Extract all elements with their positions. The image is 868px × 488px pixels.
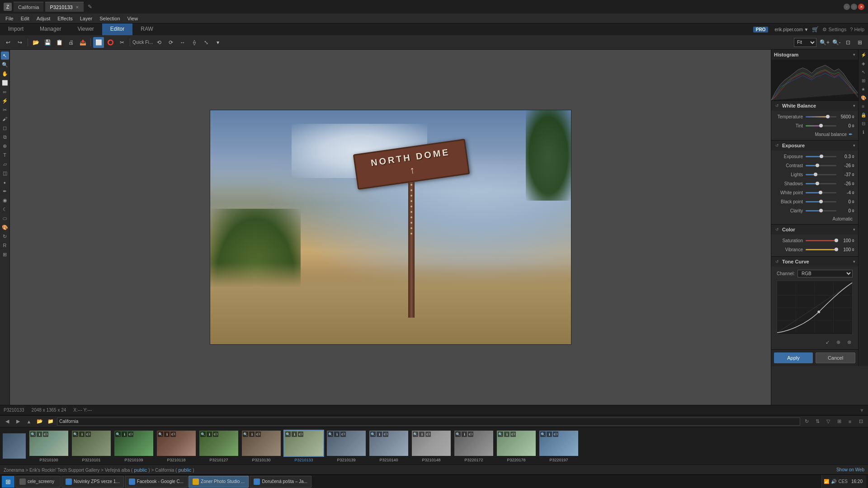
vibrance-spinners[interactable] bbox=[851, 248, 855, 251]
menu-layer[interactable]: Layer bbox=[76, 14, 96, 23]
filmstrip-refresh-btn[interactable]: ↻ bbox=[802, 417, 811, 426]
tab-close-btn[interactable]: ✕ bbox=[75, 5, 79, 9]
breadcrumb-public1[interactable]: public bbox=[134, 467, 147, 473]
sliders-icon[interactable]: ≡ bbox=[859, 102, 868, 110]
temperature-thumb[interactable] bbox=[826, 115, 830, 118]
cancel-button[interactable]: Cancel bbox=[816, 352, 855, 363]
tab-california[interactable]: California bbox=[14, 2, 43, 12]
perspective-btn[interactable]: ⟠ bbox=[189, 37, 200, 48]
tone-curve-canvas[interactable] bbox=[777, 281, 853, 335]
rotate-left-btn[interactable]: ⟲ bbox=[154, 37, 165, 48]
cursor-icon[interactable]: ↖ bbox=[859, 68, 868, 76]
clone-tool[interactable]: ⧉ bbox=[1, 133, 9, 141]
taskbar-item-3[interactable]: Zoner Photo Studio ... bbox=[189, 476, 249, 488]
cart-icon[interactable]: 🛒 bbox=[812, 26, 819, 33]
view-grid-btn[interactable]: ⊞ bbox=[854, 37, 865, 48]
list-item[interactable]: 🔍 ℹ 🏷 P3210118 bbox=[156, 430, 197, 462]
menu-effects[interactable]: Effects bbox=[54, 14, 76, 23]
color-reset[interactable]: ↺ bbox=[774, 226, 780, 233]
text-tool[interactable]: T bbox=[1, 151, 9, 159]
contrast-spinners[interactable] bbox=[851, 164, 855, 167]
print-button[interactable]: 🖨 bbox=[66, 37, 76, 48]
white-balance-reset[interactable]: ↺ bbox=[774, 103, 780, 109]
move-tool[interactable]: ↖ bbox=[1, 52, 9, 60]
list-item[interactable]: 🔍 ℹ 🏷 P3210140 bbox=[368, 430, 409, 462]
list-item[interactable]: 🔍 ℹ 🏷 P3210130 bbox=[241, 430, 282, 462]
clarity-spinners[interactable] bbox=[851, 209, 855, 212]
shape-tool[interactable]: ▱ bbox=[1, 160, 9, 168]
tint-spinners[interactable] bbox=[851, 124, 855, 127]
filmstrip-filter-btn[interactable]: ▽ bbox=[824, 417, 833, 426]
star-icon[interactable]: ★ bbox=[859, 85, 868, 93]
save-as-button[interactable]: 📋 bbox=[54, 37, 65, 48]
tone-curve-reset[interactable]: ↺ bbox=[774, 258, 780, 265]
zoom-out-btn[interactable]: 🔍- bbox=[831, 37, 842, 48]
taskbar-item-0[interactable]: cele_screeny bbox=[15, 476, 61, 488]
exposure-slider[interactable] bbox=[806, 156, 836, 157]
filmstrip-sort-btn[interactable]: ⇅ bbox=[813, 417, 822, 426]
flip-h-btn[interactable]: ↔ bbox=[177, 37, 188, 48]
color-replace-tool[interactable]: 🎨 bbox=[1, 223, 9, 231]
list-item[interactable]: 🔍 ℹ 🏷 P3210101 bbox=[71, 430, 112, 462]
lights-thumb[interactable] bbox=[814, 173, 817, 176]
fill-tool[interactable]: ⬥ bbox=[1, 178, 9, 186]
magic-wand-tool[interactable]: ⚡ bbox=[1, 97, 9, 105]
layers-icon[interactable]: ⊟ bbox=[859, 119, 868, 127]
menu-view[interactable]: View bbox=[124, 14, 142, 23]
red-eye-tool[interactable]: ◉ bbox=[1, 196, 9, 204]
channel-select[interactable]: RGB Red Green Blue bbox=[797, 270, 853, 277]
grid-icon[interactable]: ⊞ bbox=[859, 76, 868, 84]
menu-edit[interactable]: Edit bbox=[17, 14, 33, 23]
zoom-in-btn[interactable]: 🔍+ bbox=[819, 37, 830, 48]
crop-tool[interactable]: ✂ bbox=[117, 37, 127, 48]
zoom-fit-btn[interactable]: ⊡ bbox=[843, 37, 854, 48]
list-item[interactable]: 🔍 ℹ 🏷 P3210139 bbox=[326, 430, 367, 462]
crop-tool-left[interactable]: ✂ bbox=[1, 106, 9, 114]
tint-slider[interactable] bbox=[806, 125, 836, 127]
tint-thumb[interactable] bbox=[819, 124, 823, 127]
eyedropper-tool[interactable]: ✒ bbox=[1, 187, 9, 195]
develop-icon[interactable]: ◈ bbox=[859, 59, 868, 67]
settings-link[interactable]: ⚙ Settings bbox=[822, 27, 846, 33]
undo-button[interactable]: ↩ bbox=[3, 37, 14, 48]
filmstrip-path-input[interactable] bbox=[57, 418, 800, 426]
tone-curve-tool-2[interactable]: ⊕ bbox=[834, 338, 843, 347]
taskbar-item-2[interactable]: Facebook - Google C... bbox=[125, 476, 188, 488]
tab-viewer[interactable]: Viewer bbox=[69, 23, 102, 35]
more-tools-btn[interactable]: ▾ bbox=[212, 37, 223, 48]
exposure-spinners[interactable] bbox=[851, 155, 855, 158]
manual-balance-btn[interactable]: Manual balance bbox=[815, 132, 847, 137]
saturation-thumb[interactable] bbox=[835, 239, 838, 242]
tab-raw[interactable]: RAW bbox=[132, 23, 161, 35]
menu-selection[interactable]: Selection bbox=[96, 14, 123, 23]
white-point-slider[interactable] bbox=[806, 192, 836, 193]
saturation-spinners[interactable] bbox=[851, 239, 855, 242]
layer-tool[interactable]: ⊞ bbox=[1, 250, 9, 258]
show-on-web-link[interactable]: Show on Web bbox=[836, 467, 864, 472]
resize-btn[interactable]: ⤡ bbox=[201, 37, 212, 48]
vibrance-thumb[interactable] bbox=[835, 248, 838, 251]
lasso-tool[interactable]: ∞ bbox=[1, 88, 9, 96]
dodge-burn-tool[interactable]: ☾ bbox=[1, 205, 9, 213]
shadows-slider[interactable] bbox=[806, 183, 836, 184]
list-item[interactable]: 🔍 ℹ 🏷 P3210148 bbox=[411, 430, 452, 462]
tab-file[interactable]: P3210133 ✕ bbox=[45, 2, 83, 12]
exposure-thumb[interactable] bbox=[820, 155, 823, 158]
tab-manager[interactable]: Manager bbox=[32, 23, 69, 35]
exposure-header[interactable]: ↺ Exposure ▾ bbox=[771, 141, 858, 150]
shadows-thumb[interactable] bbox=[816, 182, 819, 185]
select-rect-tool[interactable]: ⬜ bbox=[93, 37, 104, 48]
lights-spinners[interactable] bbox=[851, 173, 855, 176]
gradient-tool[interactable]: ◫ bbox=[1, 169, 9, 177]
color-header[interactable]: ↺ Color ▾ bbox=[771, 225, 858, 235]
zoom-tool[interactable]: 🔍 bbox=[1, 61, 9, 69]
tab-editor[interactable]: Editor bbox=[102, 23, 132, 35]
lights-slider[interactable] bbox=[806, 174, 836, 175]
temperature-slider[interactable] bbox=[806, 116, 836, 117]
list-item[interactable]: 🔍 ℹ 🏷 P3220178 bbox=[496, 430, 537, 462]
list-item[interactable]: 🔍 ℹ 🏷 P3210133 bbox=[283, 430, 324, 462]
info-icon[interactable]: ℹ bbox=[859, 128, 868, 136]
contrast-thumb[interactable] bbox=[816, 164, 819, 167]
automatic-btn[interactable]: Automatic bbox=[833, 216, 853, 221]
list-item[interactable]: 🔍 ℹ 🏷 P3220172 bbox=[453, 430, 494, 462]
